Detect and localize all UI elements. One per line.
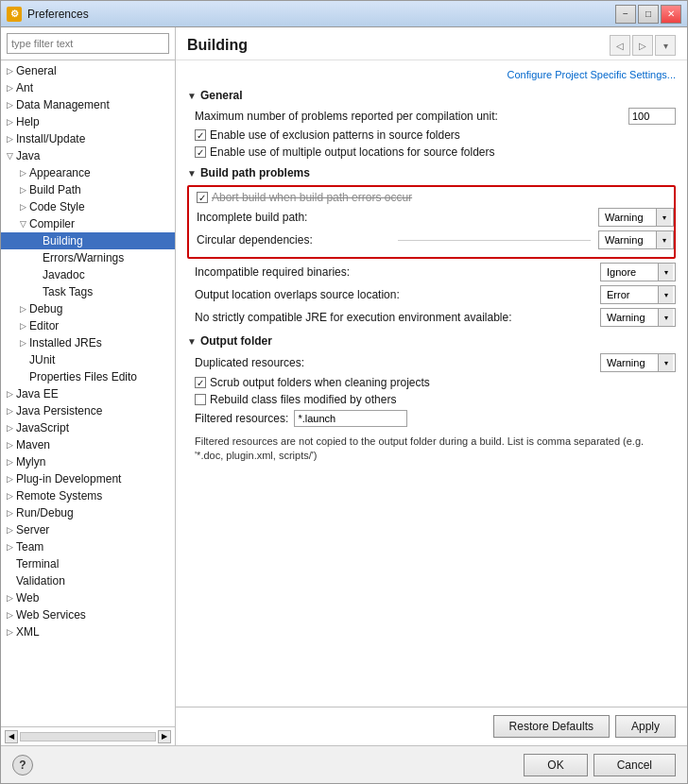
sidebar-item-javadoc[interactable]: Javadoc [1,266,175,283]
sidebar-label-dm: Data Management [16,98,110,111]
sidebar-item-help[interactable]: ▷ Help [1,113,175,130]
sidebar-item-building[interactable]: Building [1,232,175,249]
sidebar-item-editor[interactable]: ▷ Editor [1,317,175,334]
tree-arrow-mylyn: ▷ [3,455,16,469]
sidebar-item-web[interactable]: ▷ Web [1,589,175,606]
nav-back-button[interactable]: ◁ [610,35,630,56]
ok-button[interactable]: OK [524,754,587,776]
sidebar-label-compiler: Compiler [29,217,75,230]
filtered-description: Filtered resources are not copied to the… [187,431,676,471]
incomplete-label: Incomplete build path: [197,211,598,224]
search-input[interactable] [7,33,169,54]
sidebar-item-codestyle[interactable]: ▷ Code Style [1,198,175,215]
incomplete-dropdown[interactable]: Warning ▾ [598,208,674,227]
enable-multiple-checkbox[interactable] [195,146,206,158]
sidebar-item-jres[interactable]: ▷ Installed JREs [1,334,175,351]
sidebar-item-install[interactable]: ▷ Install/Update [1,130,175,147]
sidebar-item-validation[interactable]: Validation [1,572,175,589]
no-jre-dropdown-arrow: ▾ [658,309,673,326]
sidebar-item-propfiles[interactable]: Properties Files Edito [1,368,175,385]
max-problems-input[interactable] [628,108,676,125]
sidebar-label-javascript: JavaScript [16,421,69,435]
help-button[interactable]: ? [12,755,33,775]
output-overlap-label: Output location overlaps source location… [195,288,600,301]
tree-arrow-building [29,234,43,247]
sidebar-item-debug[interactable]: ▷ Debug [1,300,175,317]
title-bar: ⚙ Preferences − □ ✕ [1,1,687,27]
output-folder-section-arrow[interactable]: ▼ [187,336,197,347]
nav-dropdown-button[interactable]: ▾ [655,35,676,56]
general-section-arrow[interactable]: ▼ [187,91,197,101]
build-path-section-arrow[interactable]: ▼ [187,168,197,179]
sidebar-item-compiler[interactable]: ▽ Compiler [1,215,175,232]
sidebar-item-team[interactable]: ▷ Team [1,538,175,555]
circular-dropdown[interactable]: Warning ▾ [598,230,674,249]
sidebar-item-tasktags[interactable]: Task Tags [1,283,175,300]
output-overlap-dropdown[interactable]: Error ▾ [600,285,676,304]
scrub-output-checkbox[interactable] [195,377,206,388]
circular-dropdown-arrow: ▾ [656,231,671,248]
duplicated-dropdown[interactable]: Warning ▾ [600,353,676,372]
enable-exclusion-checkbox[interactable] [195,129,206,141]
build-path-section-title: Build path problems [200,166,310,179]
sidebar-item-mylyn[interactable]: ▷ Mylyn [1,453,175,470]
no-jre-dropdown[interactable]: Warning ▾ [600,308,676,327]
tree-arrow-ant: ▷ [3,81,16,94]
sidebar-item-javascript[interactable]: ▷ JavaScript [1,419,175,436]
tree-arrow-dm: ▷ [3,98,16,111]
sidebar-item-data-management[interactable]: ▷ Data Management [1,96,175,113]
incomplete-build-row: Incomplete build path: Warning ▾ [189,208,674,227]
max-problems-label: Maximum number of problems reported per … [195,110,628,123]
search-box [1,27,175,60]
sidebar-item-java[interactable]: ▽ Java [1,147,175,164]
sidebar-item-xml[interactable]: ▷ XML [1,623,175,640]
enable-exclusion-row: Enable use of exclusion patterns in sour… [187,128,676,142]
sidebar-item-terminal[interactable]: Terminal [1,555,175,572]
sidebar-label-ant: Ant [16,81,33,94]
incomplete-value: Warning [601,212,647,223]
sidebar-item-javapersistence[interactable]: ▷ Java Persistence [1,402,175,419]
close-button[interactable]: ✕ [661,5,681,24]
sidebar-item-errors[interactable]: Errors/Warnings [1,249,175,266]
minimize-button[interactable]: − [615,5,636,24]
tree-arrow-server: ▷ [3,523,16,537]
tree-arrow-general: ▷ [3,64,16,77]
build-path-bordered-section: Abort build when build path errors occur… [187,185,676,259]
maximize-button[interactable]: □ [638,5,659,24]
sidebar-item-junit[interactable]: JUnit [1,351,175,368]
sidebar-item-appearance[interactable]: ▷ Appearance [1,164,175,181]
incompatible-dropdown[interactable]: Ignore ▾ [600,263,676,281]
sidebar-label-appearance: Appearance [29,166,91,179]
circular-value: Warning [601,234,647,246]
abort-build-checkbox[interactable] [197,192,208,203]
enable-multiple-label: Enable use of multiple output locations … [210,145,495,159]
tree-arrow-javapersistence: ▷ [3,404,16,418]
sidebar-label-propfiles: Properties Files Edito [29,370,137,383]
rebuild-checkbox[interactable] [195,394,206,405]
nav-forward-button[interactable]: ▷ [632,35,653,56]
sidebar-item-maven[interactable]: ▷ Maven [1,436,175,453]
sidebar-item-buildpath[interactable]: ▷ Build Path [1,181,175,198]
sidebar-item-plugin-dev[interactable]: ▷ Plug-in Development [1,470,175,487]
tree-arrow-web-services: ▷ [3,608,16,622]
build-path-section-header: ▼ Build path problems [187,166,676,179]
sidebar-label-jres: Installed JREs [29,336,102,349]
configure-link[interactable]: Configure Project Specific Settings... [507,69,676,80]
sidebar-item-javaee[interactable]: ▷ Java EE [1,385,175,402]
sidebar-label-xml: XML [16,625,40,639]
cancel-button[interactable]: Cancel [593,754,676,776]
scroll-right-btn[interactable]: ▶ [158,730,171,743]
filtered-input[interactable] [294,410,407,427]
filtered-resources-row: Filtered resources: [187,410,676,427]
sidebar-item-general[interactable]: ▷ General [1,62,175,79]
apply-button[interactable]: Apply [615,715,676,738]
scroll-left-btn[interactable]: ◀ [5,730,18,743]
duplicated-dropdown-arrow: ▾ [658,354,673,371]
nav-buttons: ◁ ▷ ▾ [610,35,676,56]
sidebar-item-ant[interactable]: ▷ Ant [1,79,175,96]
sidebar-item-web-services[interactable]: ▷ Web Services [1,606,175,623]
sidebar-item-server[interactable]: ▷ Server [1,521,175,538]
sidebar-item-run-debug[interactable]: ▷ Run/Debug [1,504,175,521]
sidebar-item-remote-sys[interactable]: ▷ Remote Systems [1,487,175,504]
restore-defaults-button[interactable]: Restore Defaults [493,715,610,738]
